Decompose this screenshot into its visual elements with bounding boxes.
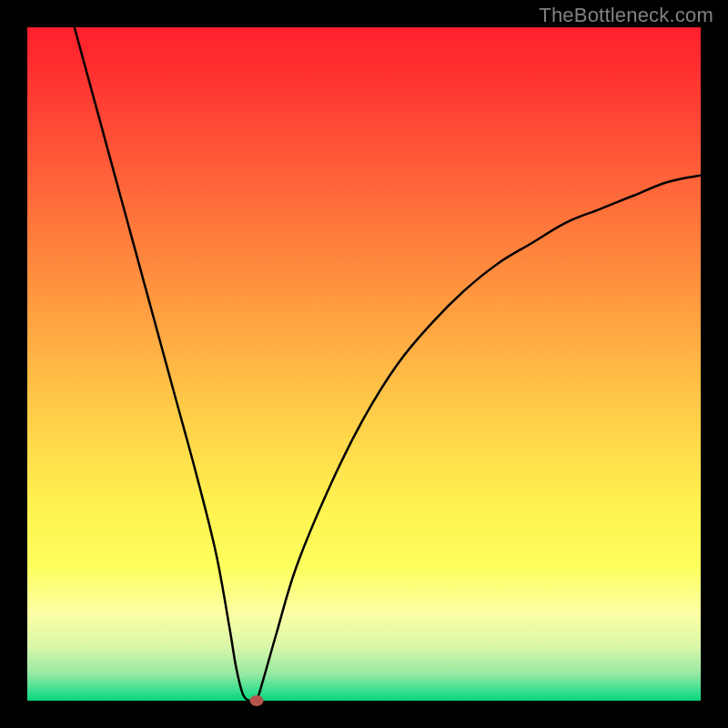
watermark-text: TheBottleneck.com [539,4,713,27]
plot-area [27,27,701,701]
bottleneck-curve [75,27,701,701]
optimal-marker [249,695,263,706]
chart-frame: TheBottleneck.com [0,0,728,728]
curve-layer [27,27,701,701]
